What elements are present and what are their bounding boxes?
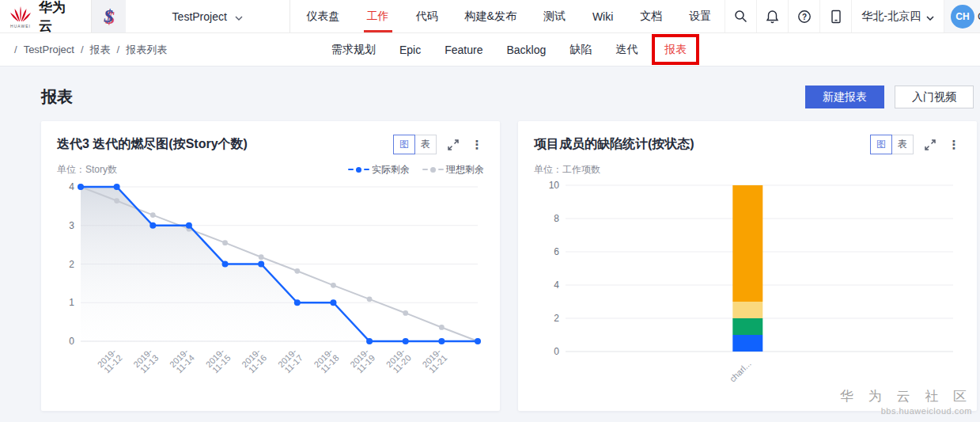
page-actions: 新建报表 入门视频 [805,86,974,108]
card-controls: 图 表 ⋮ [393,135,484,154]
project-name: TestProject [172,10,227,23]
chevron-down-icon [235,10,243,24]
nav-item-wiki[interactable]: Wiki [579,0,626,32]
tab-backlog[interactable]: Backlog [494,44,558,56]
huawei-logo-icon: HUAWEI [9,5,32,29]
subnav: TestProject 报表 报表列表 需求规划 Epic Feature Ba… [0,33,980,67]
nav-item-docs[interactable]: 文档 [626,0,675,32]
annotation-highlight-box: 报表 [652,34,699,65]
page-title: 报表 [41,86,73,108]
chart-meta: 单位：工作项数 [534,163,961,176]
table-view-button[interactable]: 表 [414,135,437,154]
user-menu[interactable]: CH C [944,0,980,32]
svg-text:0: 0 [69,336,74,347]
tab-epic[interactable]: Epic [388,44,433,56]
svg-text:2: 2 [554,313,559,324]
page-head: 报表 新建报表 入门视频 [0,67,980,108]
tab-requirement-planning[interactable]: 需求规划 [320,43,388,57]
burndown-line-chart: 012342019-11-122019-11-132019-11-142019-… [57,177,484,385]
nav-item-build-release[interactable]: 构建&发布 [452,0,530,32]
card-title: 项目成员的缺陷统计(按状态) [534,136,694,153]
defect-chart-card: 项目成员的缺陷统计(按状态) 图 表 ⋮ 单位：工作项数 0246810char… [518,121,977,411]
svg-text:4: 4 [69,181,74,192]
tab-reports[interactable]: 报表 [664,43,687,55]
nav-item-settings[interactable]: 设置 [675,0,725,32]
svg-text:2019-11-19: 2019-11-19 [348,347,376,375]
svg-text:2019-11-20: 2019-11-20 [384,347,413,375]
svg-text:2019-11-21: 2019-11-21 [420,347,448,375]
tab-iteration[interactable]: 迭代 [604,43,649,57]
breadcrumb: TestProject 报表 报表列表 [0,43,167,57]
nav-item-work[interactable]: 工作 [354,0,403,32]
burndown-chart-card: 迭代3 迭代的燃尽图(按Story个数) 图 表 ⋮ 单位：Story数 [41,121,500,411]
work-tabs: 需求规划 Epic Feature Backlog 缺陷 迭代 报表 [320,33,699,66]
svg-text:10: 10 [549,180,560,191]
project-selector[interactable]: TestProject [126,0,289,32]
topbar-right: ? 华北-北京四 CH C [725,0,980,32]
brand-name: 华为云 [39,0,78,35]
svg-text:6: 6 [554,246,559,257]
breadcrumb-reports[interactable]: 报表 [74,43,111,57]
svg-text:8: 8 [554,213,559,224]
nav-item-test[interactable]: 测试 [530,0,579,32]
new-report-button[interactable]: 新建报表 [805,86,884,108]
chart-view-button[interactable]: 图 [393,135,415,154]
svg-text:2019-11-15: 2019-11-15 [204,347,233,375]
nav-item-code[interactable]: 代码 [403,0,452,32]
report-cards: 迭代3 迭代的燃尽图(按Story个数) 图 表 ⋮ 单位：Story数 [41,121,980,411]
breadcrumb-report-list: 报表列表 [111,43,168,57]
chart-legend: 实际剩余 理想剩余 [348,163,484,177]
topbar: HUAWEI 华为云 $ TestProject 仪表盘 工作 代码 构建&发布… [0,0,980,33]
project-logo: $ [92,0,126,32]
view-toggle: 图 表 [393,135,437,154]
expand-icon[interactable] [923,138,937,152]
card-controls: 图 表 ⋮ [870,135,961,154]
card-header: 迭代3 迭代的燃尽图(按Story个数) 图 表 ⋮ [57,135,484,154]
unit-label: 单位：Story数 [57,163,117,177]
avatar[interactable]: CH [951,5,974,29]
svg-text:1: 1 [69,297,74,308]
region-selector[interactable]: 华北-北京四 [851,0,944,32]
main-nav: 仪表盘 工作 代码 构建&发布 测试 Wiki 文档 设置 [293,0,725,32]
expand-icon[interactable] [446,138,460,152]
card-header: 项目成员的缺陷统计(按状态) 图 表 ⋮ [534,135,961,154]
nav-item-dashboard[interactable]: 仪表盘 [293,0,354,32]
help-icon[interactable]: ? [788,0,819,32]
legend-ideal-remaining[interactable]: 理想剩余 [422,163,484,177]
more-options-icon[interactable]: ⋮ [470,138,484,152]
svg-text:2019-11-17: 2019-11-17 [276,347,305,375]
chart-view-button[interactable]: 图 [870,135,892,154]
tab-feature[interactable]: Feature [433,44,494,56]
view-toggle: 图 表 [870,135,914,154]
breadcrumb-project[interactable]: TestProject [8,44,74,55]
mobile-device-icon[interactable] [819,0,851,32]
table-view-button[interactable]: 表 [891,135,914,154]
svg-text:2019-11-12: 2019-11-12 [96,347,124,375]
more-options-icon[interactable]: ⋮ [947,138,961,152]
chevron-down-icon [926,10,934,23]
svg-text:2019-11-13: 2019-11-13 [131,347,160,375]
svg-text:?: ? [802,12,807,21]
region-label: 华北-北京四 [861,10,921,24]
svg-text:4: 4 [554,279,559,291]
card-title: 迭代3 迭代的燃尽图(按Story个数) [57,136,248,153]
chart-meta: 单位：Story数 实际剩余 理想剩余 [57,163,484,176]
tab-defects[interactable]: 缺陷 [558,43,604,57]
search-icon[interactable] [725,0,756,32]
legend-actual-remaining[interactable]: 实际剩余 [348,163,410,177]
divider [289,0,290,32]
svg-text:2019-11-14: 2019-11-14 [168,347,196,375]
svg-text:2019-11-16: 2019-11-16 [240,347,268,375]
svg-text:2019-11-18: 2019-11-18 [312,347,340,375]
svg-text:charl...: charl... [728,359,753,384]
brand[interactable]: HUAWEI 华为云 [0,0,91,32]
defect-stacked-bar-chart: 0246810charl... [534,177,961,385]
svg-text:3: 3 [69,220,74,231]
svg-text:0: 0 [554,346,559,357]
intro-video-button[interactable]: 入门视频 [895,86,974,108]
unit-label: 单位：工作项数 [534,163,600,177]
svg-text:2: 2 [69,259,74,270]
notification-bell-icon[interactable] [756,0,788,32]
